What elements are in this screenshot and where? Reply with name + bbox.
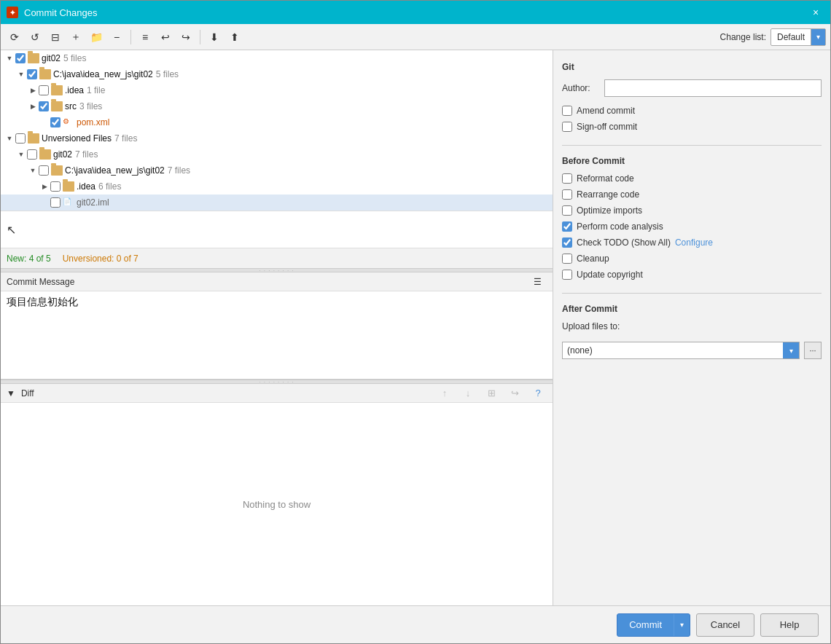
iml-checkbox[interactable] [50, 197, 61, 208]
configure-link[interactable]: Configure [675, 237, 713, 248]
check-todo-checkbox[interactable] [562, 237, 572, 248]
pom-file-icon: ⚙ [63, 117, 74, 127]
tree-count: 1 file [87, 85, 105, 95]
unversioned-path-checkbox[interactable] [39, 165, 49, 176]
cursor-area: ↖ [1, 211, 553, 248]
tree-label: git02 [42, 53, 61, 63]
path-checkbox[interactable] [27, 69, 37, 79]
tree-label: Unversioned Files [42, 133, 112, 144]
changelist-dropdown[interactable]: Default ▾ [770, 28, 826, 46]
rollback-button[interactable]: ↺ [26, 28, 44, 47]
rearrange-code-checkbox[interactable] [562, 189, 572, 200]
optimize-imports-checkbox[interactable] [562, 205, 572, 216]
unversioned-git02-checkbox[interactable] [27, 149, 37, 160]
diff-help-button[interactable]: ? [529, 385, 547, 401]
amend-commit-checkbox[interactable] [562, 106, 572, 116]
jump-button[interactable]: ↪ [176, 28, 195, 47]
reformat-code-label: Reformat code [577, 173, 634, 184]
perform-analysis-checkbox[interactable] [562, 221, 572, 232]
tree-row[interactable]: ▼ C:\java\idea_new_js\git02 5 files [1, 66, 553, 82]
cleanup-checkbox[interactable] [562, 254, 572, 264]
reformat-code-row: Reformat code [562, 173, 822, 184]
tree-row[interactable]: ▼ C:\java\idea_new_js\git02 7 files [1, 162, 553, 178]
author-row: Author: [562, 79, 822, 97]
sign-off-checkbox[interactable] [562, 122, 572, 132]
reformat-code-checkbox[interactable] [562, 173, 572, 184]
separator-2 [200, 30, 200, 44]
expand-arrow: ▶ [27, 101, 39, 112]
remove-button[interactable]: − [107, 28, 126, 47]
tree-label: C:\java\idea_new_js\git02 [53, 69, 153, 79]
src-checkbox[interactable] [39, 101, 49, 111]
tree-row[interactable]: ▶ .idea 1 file [1, 82, 553, 98]
tree-label: git02 [53, 149, 72, 160]
diff-next-button[interactable]: ↓ [459, 385, 477, 401]
title-bar: ✦ Commit Changes × [1, 1, 830, 24]
tree-row[interactable]: ▶ src 3 files [1, 98, 553, 114]
undo-button[interactable]: ↩ [156, 28, 175, 47]
tree-row[interactable]: 📄 git02.iml [1, 195, 553, 211]
tree-label: src [65, 101, 77, 111]
update-copyright-label: Update copyright [577, 270, 643, 280]
move-changelist-button[interactable]: 📁 [87, 28, 106, 47]
update-copyright-row: Update copyright [562, 270, 822, 280]
folder-icon [51, 85, 63, 95]
folder-icon [28, 53, 39, 63]
left-panel: ▼ git02 5 files ▼ C:\java\idea_new_js\gi… [1, 50, 553, 605]
upload-row: (none) ▾ ··· [562, 342, 822, 359]
perform-analysis-row: Perform code analysis [562, 221, 822, 232]
cancel-button[interactable]: Cancel [696, 613, 754, 637]
tree-row[interactable]: ⚙ pom.xml [1, 114, 553, 130]
author-input[interactable] [604, 79, 822, 97]
group-button[interactable]: ≡ [136, 28, 155, 47]
right-panel: Git Author: Amend commit Sign-off commit… [553, 50, 830, 605]
expand-arrow: ▼ [15, 149, 27, 160]
pom-checkbox[interactable] [50, 117, 61, 127]
upload-value: (none) [563, 345, 783, 356]
unversioned-checkbox[interactable] [15, 133, 26, 144]
commit-message-input[interactable]: 项目信息初始化 [1, 291, 553, 379]
refresh-button[interactable]: ⟳ [5, 28, 24, 47]
tree-row[interactable]: ▼ git02 7 files [1, 146, 553, 162]
tree-row[interactable]: ▼ git02 5 files [1, 50, 553, 66]
add-button[interactable]: ＋ [66, 28, 85, 47]
check-todo-row: Check TODO (Show All) Configure [562, 237, 822, 248]
perform-analysis-label: Perform code analysis [577, 221, 663, 232]
collapse-all-button[interactable]: ⬆ [225, 28, 244, 47]
changelist-arrow-icon: ▾ [811, 29, 825, 45]
diff-expand-button[interactable]: ⊞ [483, 385, 500, 401]
upload-more-button[interactable]: ··· [804, 342, 822, 359]
changelist-label: Change list: [720, 32, 766, 42]
expand-all-button[interactable]: ⬇ [205, 28, 224, 47]
tree-count: 7 files [114, 133, 137, 144]
close-button[interactable]: × [807, 4, 824, 21]
collapse-diff-arrow[interactable]: ▼ [7, 388, 15, 398]
commit-button[interactable]: Commit ▾ [617, 613, 690, 637]
commit-button-label: Commit [617, 619, 674, 630]
diff-jump-button[interactable]: ↪ [506, 385, 523, 401]
rearrange-code-label: Rearrange code [577, 189, 639, 200]
status-bar: New: 4 of 5 Unversioned: 0 of 7 [1, 248, 553, 268]
expand-arrow: ▶ [27, 85, 39, 96]
update-copyright-checkbox[interactable] [562, 270, 572, 280]
sign-off-label: Sign-off commit [577, 122, 637, 132]
commit-dropdown-arrow[interactable]: ▾ [674, 614, 690, 636]
tree-row[interactable]: ▶ .idea 6 files [1, 178, 553, 195]
tree-row[interactable]: ▼ Unversioned Files 7 files [1, 130, 553, 146]
tree-label: .idea [77, 181, 95, 192]
help-button[interactable]: Help [760, 613, 819, 637]
show-diff-button[interactable]: ⊟ [46, 28, 65, 47]
commit-message-options-button[interactable]: ☰ [528, 272, 547, 291]
unversioned-idea-checkbox[interactable] [50, 181, 61, 192]
tree-count: 5 files [156, 69, 179, 79]
upload-dropdown[interactable]: (none) ▾ [562, 342, 800, 359]
status-unversioned: Unversioned: 0 of 7 [63, 254, 138, 264]
after-commit-title: After Commit [562, 304, 822, 314]
git02-root-checkbox[interactable] [15, 53, 26, 63]
sign-off-row: Sign-off commit [562, 122, 822, 132]
diff-prev-button[interactable]: ↑ [436, 385, 453, 401]
idea-checkbox[interactable] [39, 85, 49, 95]
cleanup-row: Cleanup [562, 254, 822, 264]
amend-commit-row: Amend commit [562, 106, 822, 116]
status-new: New: 4 of 5 [7, 254, 51, 264]
